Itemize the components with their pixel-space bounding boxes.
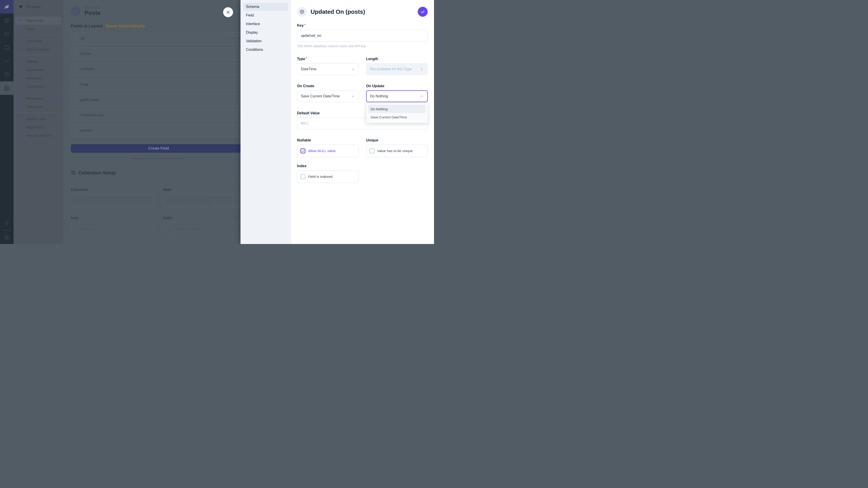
index-checkbox-row[interactable]: Field is indexed: [297, 170, 359, 183]
tab-interface[interactable]: Interface: [243, 20, 288, 28]
collection-setup-heading: Collection Setup: [71, 170, 241, 175]
tab-validation[interactable]: Validation: [243, 37, 288, 45]
nav-item-label: Report Bug: [26, 125, 43, 129]
account-circle-icon: [4, 234, 10, 240]
dropdown-option-save-current[interactable]: Save Current Date/Time: [368, 113, 426, 121]
nav-item-system-logs[interactable]: System Logs: [16, 115, 61, 123]
note-input[interactable]: [167, 199, 241, 202]
field-name: author: [80, 129, 92, 133]
drag-handle-icon[interactable]: [74, 67, 77, 71]
help-icon: [4, 72, 10, 77]
module-files[interactable]: [0, 41, 13, 54]
project-header[interactable]: Directus: [13, 0, 63, 13]
dropdown-option-do-nothing[interactable]: Do Nothing: [368, 105, 426, 113]
tab-display[interactable]: Display: [243, 29, 288, 37]
nav-item-appearance[interactable]: Appearance: [16, 66, 61, 74]
translate-icon: [238, 113, 241, 118]
type-value: DateTime: [301, 67, 316, 71]
unique-checkbox-row[interactable]: Value has to be unique: [366, 144, 428, 157]
nav-item-flows[interactable]: Flows: [16, 25, 61, 33]
module-content[interactable]: [0, 13, 13, 27]
on-update-select[interactable]: Do Nothing: [366, 90, 428, 102]
nav-item-data-model[interactable]: Data Model: [16, 17, 61, 25]
module-help[interactable]: [0, 68, 13, 81]
icon-search-input[interactable]: [74, 227, 146, 231]
checkbox-checked-icon[interactable]: [301, 149, 305, 153]
field-row-translations[interactable]: translations: [71, 109, 241, 121]
account-button[interactable]: [0, 230, 13, 244]
breadcrumb[interactable]: Data Model: [85, 6, 101, 9]
terminal-icon: [18, 116, 23, 121]
drawer-close-button[interactable]: [223, 7, 233, 17]
tab-schema[interactable]: Schema: [243, 3, 288, 11]
checkbox-unchecked-icon[interactable]: [370, 149, 375, 153]
drag-handle-icon[interactable]: [74, 36, 77, 40]
eyedropper-button[interactable]: [166, 225, 174, 232]
nav-item-request-feature[interactable]: Request Feature: [16, 131, 61, 139]
nav-item-access-policies[interactable]: Access Policies: [16, 45, 61, 53]
on-update-label: On Update: [366, 84, 428, 88]
type-select[interactable]: DateTime: [297, 63, 359, 75]
advanced-mode-link[interactable]: Create Field in Advanced Mode: [71, 156, 241, 160]
shield-icon: [18, 47, 23, 52]
create-field-button[interactable]: Create Field: [71, 144, 241, 153]
insights-icon: [4, 58, 10, 64]
note-input-wrap[interactable]: [163, 194, 241, 207]
on-create-select[interactable]: Save Current Date/Time: [297, 90, 359, 102]
nav-item-marketplace[interactable]: Marketplace Beta: [16, 94, 61, 102]
drag-handle-icon[interactable]: [74, 83, 77, 87]
nav-item-bookmarks[interactable]: Bookmarks: [16, 74, 61, 82]
nullable-checkbox-row[interactable]: Allow NULL value: [297, 144, 359, 157]
nav-item-extensions[interactable]: Extensions: [16, 103, 61, 111]
field-row-content[interactable]: content*: [71, 63, 241, 75]
eye-off-icon: [238, 36, 241, 41]
tab-field[interactable]: Field: [243, 11, 288, 20]
field-row-author[interactable]: author: [71, 125, 241, 137]
beta-badge: Beta: [47, 96, 57, 101]
notifications-button[interactable]: [0, 217, 13, 230]
nav-item-label: User Roles: [26, 39, 43, 43]
signal-icon: [18, 4, 23, 9]
field-row-published[interactable]: published: [71, 94, 241, 106]
field-name: slug: [80, 83, 88, 87]
back-button[interactable]: [71, 6, 81, 16]
nav-item-user-roles[interactable]: User Roles: [16, 37, 61, 45]
key-input[interactable]: [297, 30, 428, 41]
directus-logo[interactable]: [0, 0, 13, 13]
cube-icon: [300, 9, 305, 14]
nav-item-report-bug[interactable]: Report Bug: [16, 123, 61, 131]
tune-icon: [18, 59, 23, 64]
nav-item-settings[interactable]: Settings: [16, 57, 61, 65]
drag-handle-icon[interactable]: [74, 129, 77, 133]
database-icon: [18, 18, 23, 23]
icon-select[interactable]: [71, 222, 154, 235]
nullable-checkbox-label: Allow NULL value: [308, 149, 336, 153]
field-row-id[interactable]: id: [71, 32, 241, 44]
chevron-up-icon: [420, 94, 424, 98]
nav-item-translations[interactable]: Translations: [16, 82, 61, 90]
checkbox-unchecked-icon[interactable]: [301, 174, 305, 179]
drag-handle-icon[interactable]: [74, 98, 77, 102]
tab-conditions[interactable]: Conditions: [243, 46, 288, 54]
unique-label: Unique: [366, 138, 428, 142]
schema-form: Key* This field's database column name a…: [297, 24, 428, 183]
drawer-tab-list: Schema Field Interface Display Validatio…: [241, 0, 291, 244]
module-bar: [0, 0, 13, 244]
field-row-title[interactable]: title*: [71, 48, 241, 60]
field-name: id: [80, 36, 84, 40]
field-name: published: [80, 98, 98, 102]
save-button[interactable]: [418, 7, 428, 17]
nullable-label: Nullable: [297, 138, 359, 142]
module-settings[interactable]: [0, 81, 13, 95]
color-input[interactable]: [177, 227, 241, 231]
module-bar-bottom: [0, 217, 13, 244]
module-users[interactable]: [0, 27, 13, 41]
field-row-slug[interactable]: slug: [71, 78, 241, 91]
key-label: Key*: [297, 24, 428, 28]
nav-divider: [16, 112, 61, 113]
color-input-wrap[interactable]: [163, 222, 241, 235]
icon-label: Icon: [71, 216, 154, 220]
drag-handle-icon[interactable]: [74, 113, 77, 117]
drag-handle-icon[interactable]: [74, 52, 77, 56]
module-insights[interactable]: [0, 54, 13, 68]
